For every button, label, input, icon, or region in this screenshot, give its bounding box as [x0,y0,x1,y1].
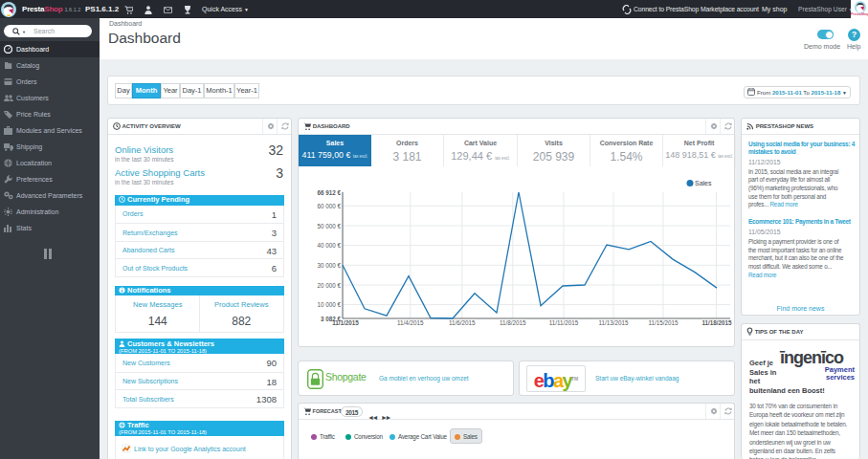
svg-text:50 000 €: 50 000 € [317,223,341,230]
svg-text:30 000 €: 30 000 € [317,262,341,269]
svg-text:11/11/2015: 11/11/2015 [549,319,579,326]
svg-text:11/13/2015: 11/13/2015 [598,319,629,326]
svg-text:11/8/2015: 11/8/2015 [500,319,526,326]
svg-text:Sales: Sales [695,180,712,186]
svg-text:11/1/2015: 11/1/2015 [332,319,359,326]
svg-text:11/6/2015: 11/6/2015 [449,319,476,326]
svg-text:66 912 €: 66 912 € [317,189,341,196]
svg-text:40 000 €: 40 000 € [317,242,341,249]
svg-text:60 000 €: 60 000 € [317,203,341,209]
svg-text:20 000 €: 20 000 € [317,282,341,289]
svg-text:11/4/2015: 11/4/2015 [397,319,424,326]
svg-text:10 000 €: 10 000 € [317,301,341,308]
svg-text:11/18/2015: 11/18/2015 [701,319,732,326]
svg-text:11/15/2015: 11/15/2015 [648,319,679,326]
